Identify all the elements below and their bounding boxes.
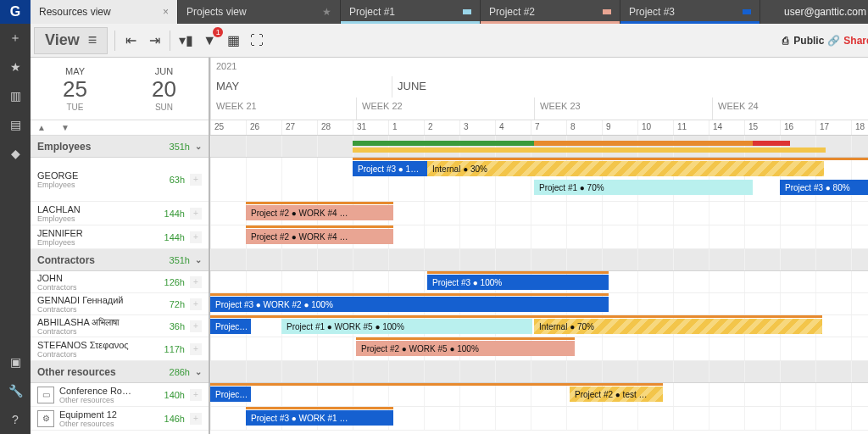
- sort-up-icon[interactable]: ▲: [37, 123, 46, 132]
- indent-left-icon[interactable]: ⇤: [119, 29, 142, 53]
- task-bar[interactable]: Project #1 ● 70%: [534, 180, 753, 195]
- day-cell: 9: [602, 120, 637, 135]
- tab-resources-view[interactable]: Resources view ×: [31, 0, 178, 24]
- resource-row-jennifer[interactable]: JENNIFEREmployees 144h +: [31, 225, 209, 249]
- tab-project-2[interactable]: Project #2: [481, 0, 620, 24]
- add-task-icon[interactable]: +: [190, 343, 202, 355]
- tab-project-1[interactable]: Project #1: [341, 0, 481, 24]
- resource-name: ABHILASHA अभिलाषा: [37, 317, 119, 327]
- gantt-row-jennifer[interactable]: Project #2 ● WORK #4 …: [210, 225, 868, 249]
- gantt-row-lachlan[interactable]: Project #2 ● WORK #4 …: [210, 202, 868, 225]
- add-task-icon[interactable]: +: [190, 276, 202, 288]
- resource-row-lachlan[interactable]: LACHLANEmployees 144h +: [31, 202, 209, 225]
- tab-project-3[interactable]: Project #3: [620, 0, 760, 24]
- timeline-header: 2021 MAY JUNE WEEK 21 WEEK 22 WEEK 23 WE…: [210, 58, 868, 120]
- group-employees[interactable]: Employees 351h ⌄: [31, 136, 209, 158]
- resource-row-conference[interactable]: ▭ Conference Ro…Other resources 140h +: [31, 383, 209, 407]
- day-cell: 31: [353, 120, 388, 135]
- resource-hours: 72h: [170, 299, 185, 309]
- help-icon[interactable]: ?: [0, 405, 31, 434]
- date-range[interactable]: MAY 25 TUE JUN 20 SUN: [31, 58, 209, 120]
- resource-name: Conference Ro…: [59, 386, 131, 396]
- gantt-row-stefanos[interactable]: Project #2 ● WORK #5 ● 100%: [210, 337, 868, 361]
- equipment-icon: ⚙: [37, 410, 54, 427]
- week-label: WEEK 23: [534, 97, 712, 120]
- gantt-row-equipment[interactable]: Project #3 ● WORK #1 …: [210, 407, 868, 431]
- star-icon[interactable]: ★: [322, 6, 331, 18]
- resource-row-abhilasha[interactable]: ABHILASHA अभिलाषाContractors 36h +: [31, 315, 209, 337]
- add-task-icon[interactable]: +: [190, 231, 202, 243]
- view-button[interactable]: View ≡: [34, 27, 108, 54]
- shared-toggle[interactable]: 🔗 Shared: [827, 35, 868, 47]
- user-email: user@ganttic.com: [784, 6, 866, 18]
- star-icon[interactable]: ★: [0, 53, 31, 81]
- close-icon[interactable]: ×: [163, 6, 169, 18]
- timeline[interactable]: 2021 MAY JUNE WEEK 21 WEEK 22 WEEK 23 WE…: [210, 58, 868, 434]
- resource-name: JENNIFER: [37, 228, 83, 238]
- task-bar[interactable]: Project #3 ● 1…: [353, 161, 427, 176]
- filter-icon[interactable]: ▼1: [198, 29, 221, 53]
- public-toggle[interactable]: ⎙ Public: [782, 35, 824, 47]
- tab-label: Project #3: [629, 6, 675, 18]
- task-bar[interactable]: Projec…: [210, 387, 251, 402]
- task-bar[interactable]: Project #2 ● WORK #4 …: [246, 205, 393, 220]
- task-bar[interactable]: Project #2 ● WORK #4 …: [246, 229, 393, 244]
- fullscreen-icon[interactable]: ⛶: [245, 29, 269, 53]
- resource-hours: 140h: [164, 390, 185, 400]
- task-bar[interactable]: Project #3 ● 100%: [427, 275, 609, 290]
- resource-row-john[interactable]: JOHNContractors 126h +: [31, 271, 209, 293]
- resource-row-gennadi[interactable]: GENNADI ГеннадийContractors 72h +: [31, 293, 209, 315]
- user-menu[interactable]: user@ganttic.com ▾: [774, 0, 868, 24]
- task-bar[interactable]: Project #3 ● 80%: [780, 180, 868, 195]
- gantt-row-conference[interactable]: Projec…Project #2 ● test …: [210, 383, 868, 407]
- tab-projects-view[interactable]: Projects view ★: [178, 0, 341, 24]
- sort-arrows[interactable]: ▲▼: [31, 120, 209, 136]
- chart-icon[interactable]: ▥: [0, 81, 31, 110]
- resource-row-stefanos[interactable]: STEFANOS ΣτεφανοςContractors 117h +: [31, 337, 209, 361]
- logo[interactable]: G: [0, 0, 31, 24]
- task-bar[interactable]: Project #2 ● WORK #5 ● 100%: [356, 341, 575, 356]
- add-task-icon[interactable]: +: [190, 389, 202, 401]
- task-bar[interactable]: Project #3 ● WORK #1 …: [246, 410, 393, 426]
- calendar-icon[interactable]: ▤: [0, 110, 31, 139]
- left-rail: G ＋ ★ ▥ ▤ ◆ ▣ 🔧 ?: [0, 0, 31, 434]
- task-bar[interactable]: Project #1 ● WORK #5 ● 100%: [281, 319, 532, 334]
- paint-icon[interactable]: ▾▮: [174, 29, 198, 53]
- add-task-icon[interactable]: +: [190, 298, 202, 310]
- group-other[interactable]: Other resources 286h ⌄: [31, 361, 209, 383]
- add-task-icon[interactable]: +: [190, 208, 202, 220]
- settings-icon[interactable]: 🔧: [0, 376, 31, 405]
- gantt-row-abhilasha[interactable]: Projec…Project #1 ● WORK #5 ● 100%Intern…: [210, 315, 868, 337]
- resource-hours: 63h: [170, 175, 185, 185]
- add-task-icon[interactable]: +: [190, 413, 202, 425]
- add-icon[interactable]: ＋: [0, 24, 31, 53]
- resource-panel: MAY 25 TUE JUN 20 SUN ▲▼ Employees 351h …: [31, 58, 210, 434]
- date-picker-icon[interactable]: ▦: [221, 29, 245, 53]
- indent-right-icon[interactable]: ⇥: [142, 29, 166, 53]
- task-bar[interactable]: Project #2 ● test …: [570, 387, 663, 402]
- day-label: 25: [63, 76, 87, 103]
- resource-hours: 144h: [164, 232, 185, 242]
- group-hours: 351h: [170, 142, 190, 152]
- group-contractors[interactable]: Contractors 351h ⌄: [31, 249, 209, 271]
- sort-down-icon[interactable]: ▼: [61, 123, 70, 132]
- day-cell: 8: [566, 120, 602, 135]
- gantt-row-george[interactable]: Project #3 ● 1…Internal ● 30%Project #1 …: [210, 158, 868, 202]
- task-bar[interactable]: Project #3 ● WORK #2 ● 100%: [210, 297, 609, 312]
- add-task-icon[interactable]: +: [190, 174, 202, 186]
- group-hours: 351h: [170, 255, 190, 265]
- day-cell: 4: [495, 120, 531, 135]
- resource-row-equipment[interactable]: ⚙ Equipment 12Other resources 146h +: [31, 407, 209, 431]
- resource-icon[interactable]: ▣: [0, 348, 31, 376]
- gantt-row-john[interactable]: Project #3 ● 100%: [210, 271, 868, 293]
- resource-sub: Contractors: [37, 350, 129, 359]
- resource-row-george[interactable]: GEORGEEmployees 63h +: [31, 158, 209, 202]
- room-icon: ▭: [37, 387, 54, 403]
- month-label: JUNE: [392, 76, 868, 98]
- task-bar[interactable]: Internal ● 70%: [534, 319, 822, 334]
- drop-icon[interactable]: ◆: [0, 139, 31, 168]
- task-bar[interactable]: Projec…: [210, 319, 251, 334]
- gantt-row-gennadi[interactable]: Project #3 ● WORK #2 ● 100%: [210, 293, 868, 315]
- add-task-icon[interactable]: +: [190, 320, 202, 332]
- task-bar[interactable]: Internal ● 30%: [427, 161, 824, 176]
